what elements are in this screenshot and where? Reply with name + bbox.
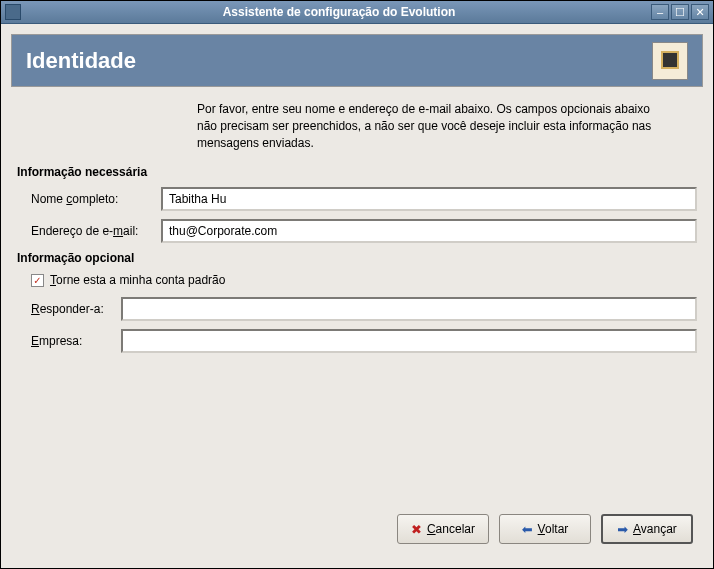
forward-label: Avançar — [633, 522, 677, 536]
titlebar-buttons: – ☐ ✕ — [651, 4, 709, 20]
content-area: Identidade Por favor, entre seu nome e e… — [1, 24, 713, 568]
section-optional: Informação opcional — [17, 251, 697, 265]
cancel-button[interactable]: ✖ Cancelar — [397, 514, 489, 544]
fullname-row: Nome completo: — [17, 187, 697, 211]
page-title: Identidade — [26, 48, 136, 74]
replyto-label: Responder-a: — [31, 302, 121, 316]
default-account-label: Torne esta a minha conta padrão — [50, 273, 225, 287]
fullname-input[interactable] — [161, 187, 697, 211]
cancel-label: Cancelar — [427, 522, 475, 536]
default-account-checkbox[interactable]: ✓ — [31, 274, 44, 287]
email-input[interactable] — [161, 219, 697, 243]
identity-icon — [652, 42, 688, 80]
minimize-button[interactable]: – — [651, 4, 669, 20]
back-label: Voltar — [538, 522, 569, 536]
intro-text: Por favor, entre seu nome e endereço de … — [197, 101, 657, 151]
replyto-row: Responder-a: — [17, 297, 697, 321]
cancel-icon: ✖ — [411, 522, 422, 537]
fullname-label: Nome completo: — [31, 192, 161, 206]
forward-button[interactable]: ➡ Avançar — [601, 514, 693, 544]
header-banner: Identidade — [11, 34, 703, 87]
section-required: Informação necessária — [17, 165, 697, 179]
back-button[interactable]: ⬅ Voltar — [499, 514, 591, 544]
default-account-row: ✓ Torne esta a minha conta padrão — [17, 273, 697, 287]
arrow-right-icon: ➡ — [617, 522, 628, 537]
window-title: Assistente de configuração do Evolution — [27, 5, 651, 19]
org-label: Empresa: — [31, 334, 121, 348]
email-row: Endereço de e-mail: — [17, 219, 697, 243]
org-row: Empresa: — [17, 329, 697, 353]
close-button[interactable]: ✕ — [691, 4, 709, 20]
window: Assistente de configuração do Evolution … — [0, 0, 714, 569]
org-input[interactable] — [121, 329, 697, 353]
email-label: Endereço de e-mail: — [31, 224, 161, 238]
maximize-button[interactable]: ☐ — [671, 4, 689, 20]
app-icon — [5, 4, 21, 20]
arrow-left-icon: ⬅ — [522, 522, 533, 537]
replyto-input[interactable] — [121, 297, 697, 321]
button-bar: ✖ Cancelar ⬅ Voltar ➡ Avançar — [11, 506, 703, 558]
form-body: Por favor, entre seu nome e endereço de … — [11, 101, 703, 506]
titlebar: Assistente de configuração do Evolution … — [1, 1, 713, 24]
